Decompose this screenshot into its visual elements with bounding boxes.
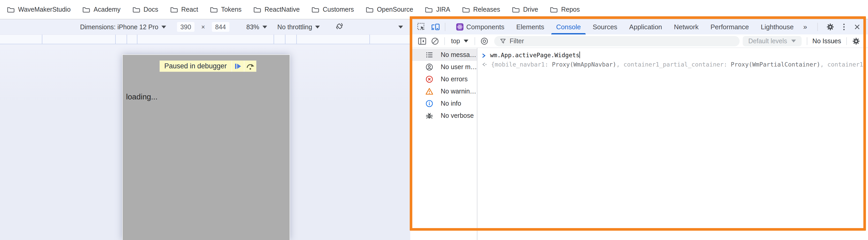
viewport-height-input[interactable]: 844 bbox=[212, 22, 229, 32]
sidebar-item-warnings[interactable]: No warnin… bbox=[410, 85, 477, 97]
divider bbox=[474, 37, 475, 45]
folder-icon bbox=[253, 6, 261, 13]
tab-console[interactable]: Console bbox=[550, 20, 587, 34]
device-viewport: loading... bbox=[122, 54, 290, 240]
console-messages-area[interactable]: wm.App.activePage.Widgets {mobile_navbar… bbox=[477, 48, 868, 240]
chevron-down-icon bbox=[262, 26, 267, 28]
execution-context-selector[interactable]: top bbox=[451, 37, 468, 45]
tab-label: Console bbox=[556, 23, 581, 31]
console-eager-preview-row: {mobile_navbar1: Proxy(WmAppNavbar), con… bbox=[477, 61, 868, 68]
devtools-menu-button[interactable] bbox=[843, 23, 845, 31]
filter-placeholder: Filter bbox=[510, 37, 524, 45]
resume-icon bbox=[234, 62, 242, 70]
console-input-text[interactable]: wm.App.activePage.Widgets bbox=[490, 52, 580, 58]
log-levels-label: Default levels bbox=[748, 37, 787, 45]
tab-components[interactable]: Components bbox=[450, 20, 510, 34]
log-levels-dropdown[interactable]: Default levels bbox=[743, 36, 802, 46]
chevron-down-icon bbox=[791, 39, 796, 43]
throttling-value: No throttling bbox=[277, 23, 312, 31]
sidebar-item-errors[interactable]: No errors bbox=[410, 73, 477, 85]
devtools-panel: Components Elements Console Sources Appl… bbox=[410, 20, 868, 240]
bookmark-label: Releases bbox=[473, 6, 500, 13]
tab-network[interactable]: Network bbox=[668, 20, 705, 34]
sidebar-item-all-messages[interactable]: No messa… bbox=[410, 49, 477, 61]
device-toolbar-icon bbox=[431, 23, 440, 31]
gear-icon bbox=[852, 37, 860, 45]
folder-icon bbox=[550, 6, 558, 13]
tab-elements[interactable]: Elements bbox=[510, 20, 550, 34]
bookmark-folder-reactnative[interactable]: ReactNative bbox=[253, 6, 300, 13]
folder-icon bbox=[83, 6, 90, 13]
folder-icon bbox=[132, 6, 140, 13]
console-prompt-row[interactable]: wm.App.activePage.Widgets bbox=[477, 52, 868, 58]
resume-script-button[interactable] bbox=[231, 60, 244, 72]
live-expression-button[interactable] bbox=[480, 37, 489, 45]
browser-window: WaveMakerStudio Academy Docs React Token… bbox=[0, 0, 868, 240]
bookmark-folder-customers[interactable]: Customers bbox=[312, 6, 354, 13]
devtools-settings-button[interactable] bbox=[826, 23, 834, 31]
zoom-dropdown[interactable]: 83% bbox=[246, 23, 267, 31]
bookmark-folder-academy[interactable]: Academy bbox=[83, 6, 120, 13]
sidebar-item-info[interactable]: No info bbox=[410, 97, 477, 109]
clear-console-button[interactable] bbox=[431, 37, 439, 45]
divider bbox=[846, 37, 847, 45]
eager-preview-text: {mobile_navbar1: Proxy(WmAppNavbar), con… bbox=[491, 61, 868, 68]
sidebar-item-user-messages[interactable]: No user m… bbox=[410, 61, 477, 73]
zoom-value: 83% bbox=[246, 23, 259, 31]
sidebar-item-label: No warnin… bbox=[441, 87, 476, 95]
folder-icon bbox=[512, 6, 520, 13]
divider bbox=[444, 37, 445, 45]
bookmark-label: Customers bbox=[323, 6, 354, 13]
bookmark-folder-tokens[interactable]: Tokens bbox=[210, 6, 242, 13]
bookmark-folder-drive[interactable]: Drive bbox=[512, 6, 538, 13]
console-settings-button[interactable] bbox=[852, 37, 860, 45]
tab-lighthouse[interactable]: Lighthouse bbox=[755, 20, 800, 34]
folder-icon bbox=[366, 6, 374, 13]
tab-label: Application bbox=[629, 23, 662, 31]
issues-counter[interactable]: No Issues bbox=[812, 37, 841, 45]
console-sidebar-toggle-button[interactable] bbox=[418, 37, 426, 45]
more-tabs-button[interactable]: » bbox=[800, 23, 811, 31]
context-label: top bbox=[451, 37, 460, 45]
paused-banner: Paused in debugger bbox=[159, 60, 256, 72]
bookmark-folder-wavemakerstudio[interactable]: WaveMakerStudio bbox=[7, 6, 70, 13]
chevron-down-icon bbox=[161, 26, 166, 28]
toggle-device-toolbar-button[interactable] bbox=[431, 23, 440, 31]
bookmark-folder-docs[interactable]: Docs bbox=[132, 6, 158, 13]
chevron-down-icon bbox=[315, 26, 320, 28]
tab-performance[interactable]: Performance bbox=[705, 20, 755, 34]
bookmark-label: ReactNative bbox=[265, 6, 300, 13]
devtools-tab-bar: Components Elements Console Sources Appl… bbox=[410, 20, 868, 34]
console-body: No messa… No user m… bbox=[410, 48, 868, 240]
sidebar-toggle-icon bbox=[418, 37, 426, 45]
divider bbox=[807, 37, 807, 45]
bookmark-folder-releases[interactable]: Releases bbox=[462, 6, 500, 13]
inspect-element-button[interactable] bbox=[417, 23, 426, 31]
throttling-dropdown[interactable]: No throttling bbox=[277, 23, 320, 31]
tab-label: Sources bbox=[593, 23, 617, 31]
divider bbox=[445, 23, 445, 31]
tab-sources[interactable]: Sources bbox=[587, 20, 623, 34]
bookmark-folder-opensource[interactable]: OpenSource bbox=[366, 6, 413, 13]
dimensions-dropdown[interactable]: Dimensions: iPhone 12 Pro bbox=[80, 23, 166, 31]
messages-list-icon bbox=[425, 51, 433, 59]
bookmark-label: Repos bbox=[561, 6, 580, 13]
bookmark-folder-react[interactable]: React bbox=[170, 6, 198, 13]
bookmark-folder-repos[interactable]: Repos bbox=[550, 6, 580, 13]
bookmark-folder-jira[interactable]: JIRA bbox=[425, 6, 450, 13]
step-over-icon bbox=[246, 62, 255, 71]
step-over-button[interactable] bbox=[244, 60, 256, 72]
devtools-close-button[interactable] bbox=[854, 23, 861, 31]
bookmarks-bar: WaveMakerStudio Academy Docs React Token… bbox=[0, 0, 868, 20]
folder-icon bbox=[210, 6, 218, 13]
device-toolbar-more-button[interactable] bbox=[398, 26, 403, 28]
rotate-viewport-button[interactable] bbox=[334, 21, 345, 33]
sidebar-item-label: No info bbox=[441, 100, 461, 107]
tab-application[interactable]: Application bbox=[623, 20, 668, 34]
console-filter-input[interactable]: Filter bbox=[494, 36, 740, 46]
sidebar-item-verbose[interactable]: No verbose bbox=[410, 109, 477, 122]
sidebar-item-label: No verbose bbox=[441, 112, 474, 119]
viewport-width-input[interactable]: 390 bbox=[177, 22, 194, 32]
kebab-menu-icon bbox=[843, 23, 845, 31]
ruler-strip bbox=[0, 34, 410, 44]
